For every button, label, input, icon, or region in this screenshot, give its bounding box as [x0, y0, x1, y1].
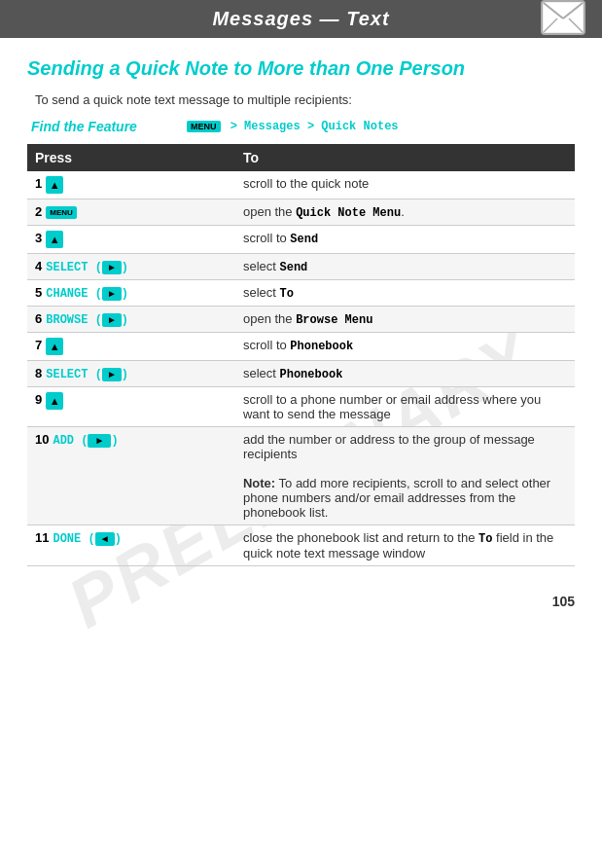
table-row: 6BROWSE (►)open the Browse Menu [27, 307, 575, 333]
path-text: > Messages > Quick Notes [224, 120, 399, 133]
softkey-right-icon: ► [102, 261, 122, 274]
table-row: 11DONE (◄)close the phonebook list and r… [27, 525, 575, 566]
table-row: 1▲scroll to the quick note [27, 171, 575, 199]
to-cell: close the phonebook list and return to t… [235, 525, 575, 566]
instruction-table: Press To 1▲scroll to the quick note2MENU… [27, 144, 575, 566]
page-title: Sending a Quick Note to More than One Pe… [27, 55, 575, 81]
table-row: 2MENUopen the Quick Note Menu. [27, 199, 575, 226]
to-cell: select Phonebook [235, 361, 575, 387]
press-cell: 5CHANGE (►) [27, 280, 235, 307]
press-cell: 11DONE (◄) [27, 525, 235, 566]
menu-key-icon: MENU [187, 121, 221, 132]
to-cell: add the number or address to the group o… [235, 427, 575, 525]
step-number: 3 [35, 231, 42, 245]
to-plain: close the phonebook list and return to t… [243, 530, 478, 545]
to-highlight: Send [280, 261, 308, 274]
to-highlight: To [280, 287, 294, 301]
table-row: 8SELECT (►)select Phonebook [27, 361, 575, 387]
scroll-icon: ▲ [46, 176, 63, 194]
step-number: 10 [35, 432, 49, 447]
to-highlight: Phonebook [280, 368, 343, 381]
press-cell: 8SELECT (►) [27, 361, 235, 387]
to-plain: scroll to [243, 231, 290, 245]
table-row: 9▲scroll to a phone number or email addr… [27, 387, 575, 427]
to-highlight: Quick Note Menu [296, 206, 401, 220]
step-number: 2 [35, 204, 42, 219]
to-cell: scroll to Phonebook [235, 333, 575, 361]
press-close: ) [115, 532, 122, 546]
press-command: DONE ( [53, 532, 94, 546]
step-number: 11 [35, 530, 49, 545]
table-row: 4SELECT (►)select Send [27, 254, 575, 280]
press-command: CHANGE ( [46, 287, 102, 301]
to-cell: open the Browse Menu [235, 307, 575, 333]
softkey-left-icon: ◄ [95, 532, 115, 546]
find-feature-path: MENU > Messages > Quick Notes [187, 120, 399, 133]
to-plain: open the [243, 311, 296, 326]
col-press: Press [27, 144, 235, 171]
to-suffix: . [401, 204, 405, 219]
page-number: 105 [0, 586, 602, 617]
to-cell: open the Quick Note Menu. [235, 199, 575, 226]
to-text: scroll to the quick note [243, 176, 369, 191]
press-cell: 4SELECT (►) [27, 254, 235, 280]
content-area: Sending a Quick Note to More than One Pe… [0, 38, 602, 586]
press-cell: 2MENU [27, 199, 235, 226]
table-row: 5CHANGE (►)select To [27, 280, 575, 307]
to-plain: select [243, 285, 280, 300]
to-highlight: To [478, 532, 492, 546]
press-cell: 1▲ [27, 171, 235, 199]
page-header: Messages — Text [0, 0, 602, 38]
to-highlight: Send [290, 233, 318, 246]
press-close: ) [122, 261, 128, 274]
table-row: 7▲scroll to Phonebook [27, 333, 575, 361]
to-highlight: Browse Menu [296, 313, 372, 327]
to-plain: scroll to [243, 338, 290, 352]
press-cell: 6BROWSE (►) [27, 307, 235, 333]
messages-icon [540, 0, 586, 40]
softkey-right-icon: ► [102, 287, 122, 301]
step-number: 9 [35, 392, 42, 407]
step-number: 8 [35, 366, 42, 380]
table-row: 3▲scroll to Send [27, 226, 575, 254]
to-plain: open the [243, 204, 296, 219]
press-close: ) [122, 287, 128, 301]
scroll-icon: ▲ [46, 338, 63, 355]
to-cell: select Send [235, 254, 575, 280]
press-command: SELECT ( [46, 368, 102, 381]
press-cell: 9▲ [27, 387, 235, 427]
press-command: BROWSE ( [46, 313, 102, 327]
to-plain: select [243, 259, 280, 273]
find-feature-label: Find the Feature [31, 119, 187, 134]
find-feature-row: Find the Feature MENU > Messages > Quick… [27, 119, 575, 134]
to-cell: scroll to a phone number or email addres… [235, 387, 575, 427]
scroll-icon: ▲ [46, 231, 63, 248]
to-cell: scroll to Send [235, 226, 575, 254]
press-close: ) [122, 313, 128, 327]
step-number: 5 [35, 285, 42, 300]
to-highlight: Phonebook [290, 340, 353, 353]
press-command: ADD ( [53, 434, 88, 448]
table-row: 10ADD (►)add the number or address to th… [27, 427, 575, 525]
softkey-right-icon: ► [88, 434, 111, 448]
scroll-icon: ▲ [46, 392, 63, 410]
press-command: SELECT ( [46, 261, 102, 274]
softkey-right-icon: ► [102, 313, 122, 327]
note-text: Note: To add more recipients, scroll to … [243, 476, 550, 520]
to-plain: select [243, 366, 280, 380]
press-close: ) [122, 368, 128, 381]
header-title: Messages — Text [212, 8, 389, 30]
col-to: To [235, 144, 575, 171]
step-number: 6 [35, 311, 42, 326]
table-header-row: Press To [27, 144, 575, 171]
press-cell: 3▲ [27, 226, 235, 254]
to-text: scroll to a phone number or email addres… [243, 392, 541, 421]
menu-key-icon: MENU [46, 206, 77, 219]
to-plain: add the number or address to the group o… [243, 432, 535, 461]
step-number: 1 [35, 176, 42, 191]
step-number: 7 [35, 338, 42, 352]
press-cell: 7▲ [27, 333, 235, 361]
softkey-right-icon: ► [102, 368, 122, 381]
to-cell: scroll to the quick note [235, 171, 575, 199]
intro-text: To send a quick note text message to mul… [27, 92, 575, 107]
